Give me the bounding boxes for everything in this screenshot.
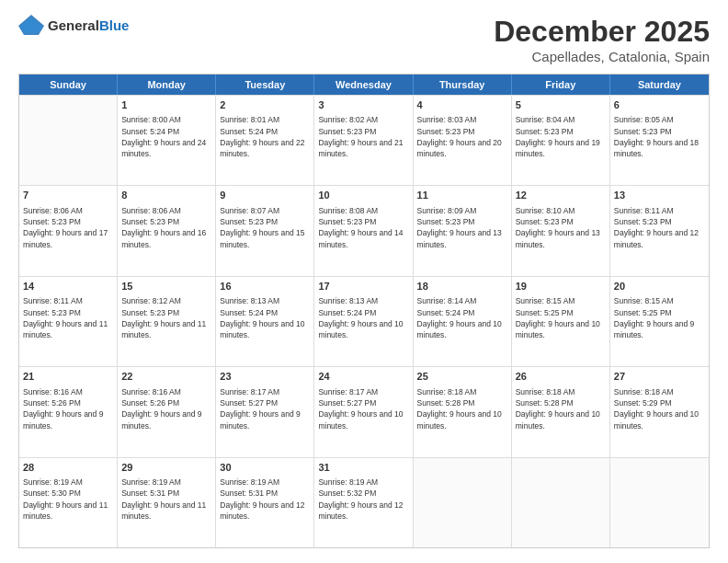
cell-info: Sunrise: 8:13 AMSunset: 5:24 PMDaylight:… — [220, 295, 310, 340]
day-number: 4 — [417, 98, 507, 112]
cell-info: Sunrise: 8:15 AMSunset: 5:25 PMDaylight:… — [614, 295, 705, 340]
day-number: 14 — [23, 280, 113, 293]
header-day-monday: Monday — [118, 75, 216, 95]
cell-info: Sunrise: 8:18 AMSunset: 5:28 PMDaylight:… — [417, 386, 507, 431]
cell-info: Sunrise: 8:16 AMSunset: 5:26 PMDaylight:… — [23, 386, 113, 431]
day-number: 1 — [121, 98, 211, 112]
day-number: 22 — [121, 370, 211, 384]
cell-info: Sunrise: 8:13 AMSunset: 5:24 PMDaylight:… — [318, 295, 408, 340]
calendar-cell: 31Sunrise: 8:19 AMSunset: 5:32 PMDayligh… — [314, 458, 413, 547]
day-number: 8 — [121, 189, 211, 202]
calendar-cell: 26Sunrise: 8:18 AMSunset: 5:28 PMDayligh… — [512, 367, 610, 456]
cell-info: Sunrise: 8:07 AMSunset: 5:23 PMDaylight:… — [220, 205, 310, 250]
cell-info: Sunrise: 8:09 AMSunset: 5:23 PMDaylight:… — [417, 205, 507, 250]
day-number: 18 — [417, 280, 507, 293]
calendar-cell: 27Sunrise: 8:18 AMSunset: 5:29 PMDayligh… — [610, 367, 709, 456]
header-day-saturday: Saturday — [610, 75, 709, 95]
title-block: December 2025 Capellades, Catalonia, Spa… — [494, 15, 710, 64]
cell-info: Sunrise: 8:19 AMSunset: 5:32 PMDaylight:… — [318, 477, 408, 522]
calendar-cell — [414, 458, 512, 547]
calendar-cell: 8Sunrise: 8:06 AMSunset: 5:23 PMDaylight… — [118, 186, 216, 275]
cell-info: Sunrise: 8:10 AMSunset: 5:23 PMDaylight:… — [516, 205, 606, 250]
day-number: 28 — [23, 461, 113, 475]
day-number: 20 — [614, 280, 705, 293]
calendar-cell: 29Sunrise: 8:19 AMSunset: 5:31 PMDayligh… — [118, 458, 216, 547]
cell-info: Sunrise: 8:01 AMSunset: 5:24 PMDaylight:… — [220, 114, 310, 159]
calendar-cell: 5Sunrise: 8:04 AMSunset: 5:23 PMDaylight… — [512, 96, 610, 185]
cell-info: Sunrise: 8:02 AMSunset: 5:23 PMDaylight:… — [318, 114, 408, 159]
calendar-body: 1Sunrise: 8:00 AMSunset: 5:24 PMDaylight… — [19, 95, 709, 547]
calendar-cell: 12Sunrise: 8:10 AMSunset: 5:23 PMDayligh… — [512, 186, 610, 275]
day-number: 26 — [516, 370, 606, 384]
cell-info: Sunrise: 8:11 AMSunset: 5:23 PMDaylight:… — [614, 205, 705, 250]
calendar-row-1: 7Sunrise: 8:06 AMSunset: 5:23 PMDaylight… — [19, 185, 709, 275]
day-number: 25 — [417, 370, 507, 384]
calendar-cell: 22Sunrise: 8:16 AMSunset: 5:26 PMDayligh… — [118, 367, 216, 456]
day-number: 9 — [220, 189, 310, 202]
day-number: 7 — [23, 189, 113, 202]
calendar-cell: 17Sunrise: 8:13 AMSunset: 5:24 PMDayligh… — [314, 277, 413, 366]
day-number: 5 — [516, 98, 606, 112]
calendar-cell: 11Sunrise: 8:09 AMSunset: 5:23 PMDayligh… — [414, 186, 512, 275]
calendar-cell: 18Sunrise: 8:14 AMSunset: 5:24 PMDayligh… — [414, 277, 512, 366]
calendar-header: SundayMondayTuesdayWednesdayThursdayFrid… — [19, 75, 709, 95]
day-number: 11 — [417, 189, 507, 202]
cell-info: Sunrise: 8:15 AMSunset: 5:25 PMDaylight:… — [516, 295, 606, 340]
day-number: 2 — [220, 98, 310, 112]
cell-info: Sunrise: 8:19 AMSunset: 5:31 PMDaylight:… — [220, 477, 310, 522]
cell-info: Sunrise: 8:16 AMSunset: 5:26 PMDaylight:… — [121, 386, 211, 431]
header-day-thursday: Thursday — [414, 75, 512, 95]
day-number: 23 — [220, 370, 310, 384]
calendar-cell: 15Sunrise: 8:12 AMSunset: 5:23 PMDayligh… — [118, 277, 216, 366]
calendar-cell: 25Sunrise: 8:18 AMSunset: 5:28 PMDayligh… — [414, 367, 512, 456]
svg-marker-1 — [20, 17, 42, 33]
cell-info: Sunrise: 8:18 AMSunset: 5:29 PMDaylight:… — [614, 386, 705, 431]
cell-info: Sunrise: 8:04 AMSunset: 5:23 PMDaylight:… — [516, 114, 606, 159]
day-number: 17 — [318, 280, 408, 293]
cell-info: Sunrise: 8:06 AMSunset: 5:23 PMDaylight:… — [121, 205, 211, 250]
cell-info: Sunrise: 8:11 AMSunset: 5:23 PMDaylight:… — [23, 295, 113, 340]
day-number: 12 — [516, 189, 606, 202]
cell-info: Sunrise: 8:17 AMSunset: 5:27 PMDaylight:… — [220, 386, 310, 431]
calendar-cell: 10Sunrise: 8:08 AMSunset: 5:23 PMDayligh… — [314, 186, 413, 275]
cell-info: Sunrise: 8:00 AMSunset: 5:24 PMDaylight:… — [121, 114, 211, 159]
calendar-cell: 24Sunrise: 8:17 AMSunset: 5:27 PMDayligh… — [314, 367, 413, 456]
day-number: 30 — [220, 461, 310, 475]
calendar-cell — [512, 458, 610, 547]
day-number: 29 — [121, 461, 211, 475]
cell-info: Sunrise: 8:03 AMSunset: 5:23 PMDaylight:… — [417, 114, 507, 159]
calendar: SundayMondayTuesdayWednesdayThursdayFrid… — [18, 74, 710, 548]
calendar-row-4: 28Sunrise: 8:19 AMSunset: 5:30 PMDayligh… — [19, 457, 709, 547]
header: General Blue December 2025 Capellades, C… — [18, 15, 710, 64]
logo-general: General — [48, 17, 99, 33]
calendar-cell: 19Sunrise: 8:15 AMSunset: 5:25 PMDayligh… — [512, 277, 610, 366]
calendar-cell: 23Sunrise: 8:17 AMSunset: 5:27 PMDayligh… — [216, 367, 314, 456]
day-number: 24 — [318, 370, 408, 384]
calendar-row-0: 1Sunrise: 8:00 AMSunset: 5:24 PMDaylight… — [19, 95, 709, 185]
calendar-cell: 1Sunrise: 8:00 AMSunset: 5:24 PMDaylight… — [118, 96, 216, 185]
day-number: 10 — [318, 189, 408, 202]
cell-info: Sunrise: 8:19 AMSunset: 5:31 PMDaylight:… — [121, 477, 211, 522]
day-number: 13 — [614, 189, 705, 202]
day-number: 3 — [318, 98, 408, 112]
logo-text: General Blue — [48, 17, 129, 33]
logo-blue: Blue — [99, 17, 130, 33]
calendar-cell: 2Sunrise: 8:01 AMSunset: 5:24 PMDaylight… — [216, 96, 314, 185]
calendar-cell: 4Sunrise: 8:03 AMSunset: 5:23 PMDaylight… — [414, 96, 512, 185]
cell-info: Sunrise: 8:08 AMSunset: 5:23 PMDaylight:… — [318, 205, 408, 250]
day-number: 16 — [220, 280, 310, 293]
cell-info: Sunrise: 8:14 AMSunset: 5:24 PMDaylight:… — [417, 295, 507, 340]
calendar-cell: 30Sunrise: 8:19 AMSunset: 5:31 PMDayligh… — [216, 458, 314, 547]
day-number: 21 — [23, 370, 113, 384]
cell-info: Sunrise: 8:05 AMSunset: 5:23 PMDaylight:… — [614, 114, 705, 159]
calendar-cell: 28Sunrise: 8:19 AMSunset: 5:30 PMDayligh… — [19, 458, 118, 547]
calendar-cell: 6Sunrise: 8:05 AMSunset: 5:23 PMDaylight… — [610, 96, 709, 185]
calendar-cell: 21Sunrise: 8:16 AMSunset: 5:26 PMDayligh… — [19, 367, 118, 456]
logo-icon — [18, 15, 44, 35]
header-day-wednesday: Wednesday — [314, 75, 413, 95]
cell-info: Sunrise: 8:17 AMSunset: 5:27 PMDaylight:… — [318, 386, 408, 431]
cell-info: Sunrise: 8:06 AMSunset: 5:23 PMDaylight:… — [23, 205, 113, 250]
calendar-cell — [610, 458, 709, 547]
calendar-cell: 20Sunrise: 8:15 AMSunset: 5:25 PMDayligh… — [610, 277, 709, 366]
header-day-tuesday: Tuesday — [216, 75, 314, 95]
